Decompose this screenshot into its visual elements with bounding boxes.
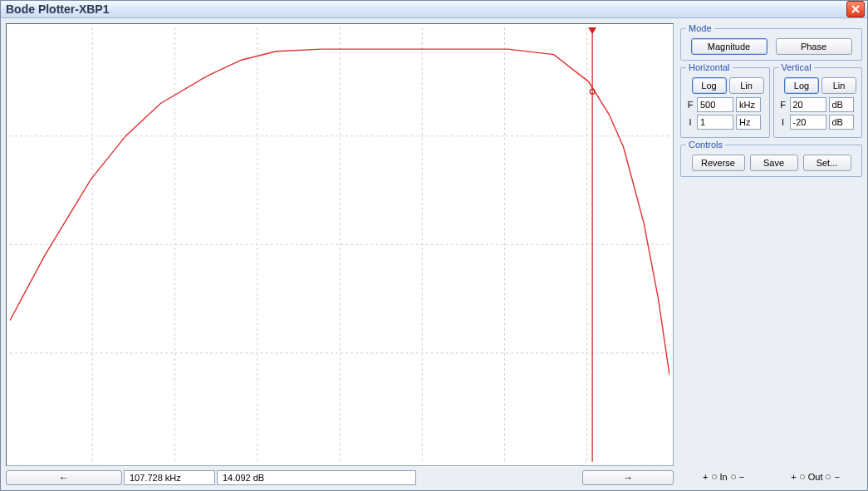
vertical-i-unit[interactable]: dB: [829, 115, 854, 130]
vertical-f-unit[interactable]: dB: [829, 97, 854, 112]
out-plus-label: +: [791, 472, 796, 482]
close-icon: [851, 5, 860, 13]
magnitude-button[interactable]: Magnitude: [691, 38, 767, 55]
in-plus-label: +: [703, 472, 708, 482]
mode-group: Mode Magnitude Phase: [680, 23, 862, 61]
reverse-button[interactable]: Reverse: [692, 155, 745, 171]
out-port: + Out −: [791, 472, 840, 482]
out-plus-terminal[interactable]: [800, 474, 805, 479]
horizontal-legend: Horizontal: [686, 62, 733, 72]
cursor-magnitude-readout: 14.092 dB: [217, 470, 416, 485]
plot-area[interactable]: [6, 23, 674, 466]
horizontal-f-input[interactable]: [697, 97, 733, 112]
vertical-i-input[interactable]: [790, 115, 826, 130]
plot-footer: ← 107.728 kHz 14.092 dB →: [6, 469, 674, 487]
vertical-lin-button[interactable]: Lin: [821, 77, 856, 94]
vertical-f-input[interactable]: [790, 97, 826, 112]
in-minus-terminal[interactable]: [731, 474, 736, 479]
horizontal-i-label: I: [686, 117, 694, 127]
mode-legend: Mode: [686, 23, 714, 33]
cursor-left-button[interactable]: ←: [6, 470, 122, 485]
horizontal-i-unit[interactable]: Hz: [736, 115, 761, 130]
horizontal-lin-button[interactable]: Lin: [729, 77, 764, 94]
out-minus-label: −: [834, 472, 839, 482]
plot-column: ← 107.728 kHz 14.092 dB →: [1, 18, 677, 490]
vertical-i-label: I: [779, 117, 787, 127]
out-minus-terminal[interactable]: [826, 474, 831, 479]
phase-button[interactable]: Phase: [776, 38, 852, 55]
io-row: + In − + Out −: [680, 469, 862, 485]
cursor-frequency-readout: 107.728 kHz: [124, 470, 215, 485]
controls-legend: Controls: [686, 140, 725, 150]
horizontal-i-input[interactable]: [697, 115, 733, 130]
controls-group: Controls Reverse Save Set...: [680, 140, 862, 177]
save-button[interactable]: Save: [750, 155, 798, 171]
horizontal-f-unit[interactable]: kHz: [736, 97, 761, 112]
vertical-legend: Vertical: [779, 62, 814, 72]
window-body: ← 107.728 kHz 14.092 dB → Mode Magnitude…: [1, 18, 867, 490]
vertical-log-button[interactable]: Log: [784, 77, 819, 94]
bode-plot: [10, 27, 669, 462]
arrow-left-icon: ←: [59, 472, 69, 484]
in-plus-terminal[interactable]: [712, 474, 717, 479]
out-label: Out: [808, 472, 823, 482]
in-label: In: [720, 472, 728, 482]
horizontal-f-label: F: [686, 100, 694, 110]
horizontal-group: Horizontal Log Lin F kHz I Hz: [680, 62, 770, 138]
set-button[interactable]: Set...: [803, 155, 851, 171]
cursor-right-button[interactable]: →: [582, 470, 674, 485]
vertical-group: Vertical Log Lin F dB I dB: [773, 62, 863, 138]
horizontal-log-button[interactable]: Log: [692, 77, 727, 94]
titlebar: Bode Plotter-XBP1: [1, 1, 867, 18]
in-minus-label: −: [739, 472, 744, 482]
bode-plotter-window: Bode Plotter-XBP1 ← 107.728 kHz 14.092 d…: [0, 0, 868, 491]
window-title: Bode Plotter-XBP1: [6, 2, 846, 16]
vertical-f-label: F: [779, 100, 787, 110]
side-panel: Mode Magnitude Phase Horizontal Log Lin …: [677, 18, 867, 490]
in-port: + In −: [703, 472, 744, 482]
close-button[interactable]: [846, 1, 865, 17]
arrow-right-icon: →: [623, 472, 633, 484]
